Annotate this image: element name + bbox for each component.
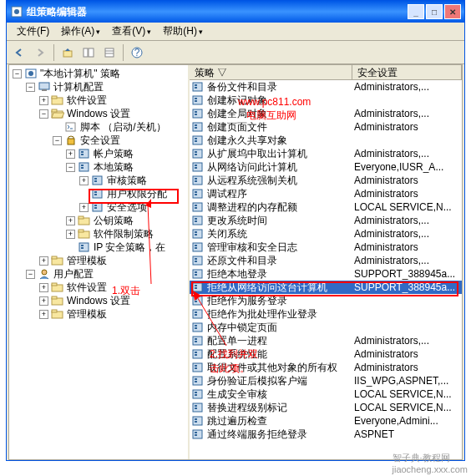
expander-icon[interactable]: +: [39, 296, 48, 306]
svg-rect-131: [193, 430, 202, 438]
expander-icon[interactable]: +: [39, 310, 48, 319]
node-icon: [51, 94, 64, 106]
menu-view[interactable]: 查看(V)▾: [107, 23, 156, 40]
list-row[interactable]: 拒绝作为服务登录: [190, 294, 462, 307]
list-row[interactable]: 生成安全审核LOCAL SERVICE,N...: [190, 387, 462, 401]
help-button[interactable]: ?: [128, 43, 146, 62]
expander-icon[interactable]: −: [26, 270, 35, 279]
expander-icon[interactable]: −: [53, 136, 62, 145]
expander-icon[interactable]: +: [79, 176, 89, 185]
policy-name: 配置系统性能: [207, 347, 354, 362]
tree-security-options[interactable]: +安全选项: [9, 200, 188, 214]
list-row[interactable]: 更改系统时间Administrators,...: [190, 214, 462, 227]
expander-icon[interactable]: −: [66, 163, 75, 172]
svg-point-46: [42, 270, 47, 275]
svg-rect-34: [93, 203, 102, 211]
expander-icon[interactable]: +: [39, 256, 48, 266]
column-setting[interactable]: 安全设置: [352, 65, 462, 79]
expander-icon[interactable]: +: [66, 216, 75, 225]
list-row[interactable]: 创建全局对象Administrators,...: [190, 107, 462, 120]
tree-scripts[interactable]: 脚本 （启动/关机）: [9, 120, 188, 134]
show-hide-tree-button[interactable]: [79, 43, 98, 62]
svg-rect-93: [195, 258, 197, 260]
svg-point-1: [14, 9, 19, 14]
expander-icon[interactable]: +: [39, 96, 48, 105]
list-row[interactable]: 从远程系统强制关机Administrators: [190, 174, 462, 187]
tree-windows-settings[interactable]: −Windows 设置: [9, 107, 188, 120]
minimize-button[interactable]: _: [408, 4, 424, 19]
list-row[interactable]: 创建永久共享对象: [190, 134, 462, 147]
tree-windows-settings-2[interactable]: +Windows 设置: [9, 294, 188, 307]
menu-help[interactable]: 帮助(H)▾: [158, 23, 208, 40]
up-button[interactable]: [58, 43, 77, 62]
list-row[interactable]: 从扩展坞中取出计算机Administrators,...: [190, 147, 462, 160]
node-label: 公钥策略: [94, 214, 134, 228]
svg-rect-86: [193, 230, 202, 238]
expander-icon[interactable]: +: [66, 149, 75, 159]
list-row[interactable]: 创建页面文件Administrators: [190, 120, 462, 134]
list-row[interactable]: 创建标记对象: [190, 94, 462, 107]
node-icon: [51, 308, 64, 320]
svg-rect-125: [193, 403, 202, 412]
tree-software-settings[interactable]: +软件设置: [9, 94, 188, 107]
expander-icon[interactable]: +: [79, 203, 89, 212]
tree-admin-templates-2[interactable]: +管理模板: [9, 307, 188, 321]
tree-software-settings-2[interactable]: +软件设置: [9, 281, 188, 294]
list-row[interactable]: 管理审核和安全日志Administrators: [190, 241, 462, 254]
tree-admin-templates[interactable]: +管理模板: [9, 254, 188, 267]
svg-rect-3: [84, 48, 88, 57]
expander-icon[interactable]: −: [39, 109, 48, 119]
tree-user-rights[interactable]: 用户权限分配: [9, 187, 188, 200]
svg-rect-65: [193, 136, 202, 144]
list-row[interactable]: 拒绝作为批处理作业登录: [190, 307, 462, 321]
svg-rect-70: [195, 154, 197, 155]
svg-rect-84: [195, 218, 197, 220]
svg-rect-19: [52, 109, 57, 112]
list-row[interactable]: 还原文件和目录Administrators,...: [190, 254, 462, 267]
list-row[interactable]: 取得文件或其他对象的所有权Administrators: [190, 361, 462, 374]
menu-action[interactable]: 操作(A)▾: [56, 23, 105, 40]
tree-account-policy[interactable]: +帐户策略: [9, 147, 188, 160]
node-icon: [78, 148, 91, 160]
tree-security-settings[interactable]: −安全设置: [9, 134, 188, 147]
list-row[interactable]: 调整进程的内存配额LOCAL SERVICE,N...: [190, 200, 462, 214]
tree-ip-security[interactable]: IP 安全策略，在: [9, 241, 188, 254]
list-row[interactable]: 拒绝本地登录SUPPORT_388945a...: [190, 267, 462, 281]
expander-icon[interactable]: +: [66, 230, 75, 239]
back-button[interactable]: [10, 43, 28, 62]
list-row[interactable]: 备份文件和目录Administrators,...: [190, 80, 462, 94]
tree-root[interactable]: −"本地计算机" 策略: [9, 67, 188, 80]
close-button[interactable]: ✕: [444, 4, 461, 19]
maximize-button[interactable]: □: [426, 4, 443, 19]
list-row[interactable]: 配置单一进程Administrators,...: [190, 334, 462, 347]
policy-name: 从远程系统强制关机: [207, 174, 354, 188]
expander-icon[interactable]: −: [26, 83, 35, 92]
list-row[interactable]: 拒绝从网络访问这台计算机SUPPORT_388945a...: [190, 281, 462, 294]
expander-icon[interactable]: −: [13, 69, 22, 78]
tree-user-config[interactable]: −用户配置: [9, 267, 188, 281]
tree-computer-config[interactable]: −计算机配置: [9, 80, 188, 94]
list-row[interactable]: 替换进程级别标记LOCAL SERVICE,N...: [190, 401, 462, 414]
tree-public-key[interactable]: +公钥策略: [9, 214, 188, 227]
list-row[interactable]: 从网络访问此计算机Everyone,IUSR_A...: [190, 160, 462, 174]
expander-icon[interactable]: +: [39, 283, 48, 292]
list-row[interactable]: 通过终端服务拒绝登录ASPNET: [190, 428, 462, 441]
list-row[interactable]: 关闭系统Administrators,...: [190, 227, 462, 241]
list-pane[interactable]: 策略 ▽ 安全设置 备份文件和目录Administrators,...创建标记对…: [190, 65, 462, 459]
list-row[interactable]: 调试程序Administrators: [190, 187, 462, 200]
list-row[interactable]: 内存中锁定页面: [190, 321, 462, 334]
forward-button[interactable]: [31, 43, 49, 62]
policy-icon: [191, 134, 205, 146]
menu-file[interactable]: 文件(F): [12, 23, 54, 40]
svg-point-13: [28, 71, 33, 76]
tree-audit-policy[interactable]: +审核策略: [9, 174, 188, 187]
list-row[interactable]: 配置系统性能Administrators: [190, 347, 462, 361]
titlebar[interactable]: 组策略编辑器 _ □ ✕: [7, 1, 464, 23]
column-policy[interactable]: 策略 ▽: [190, 65, 352, 79]
tree-local-policy[interactable]: −本地策略: [9, 160, 188, 174]
export-list-button[interactable]: [100, 43, 119, 62]
tree-pane[interactable]: 1.双击 −"本地计算机" 策略−计算机配置+软件设置−Windows 设置脚本…: [9, 65, 190, 459]
tree-restriction-policy[interactable]: +软件限制策略: [9, 227, 188, 241]
list-row[interactable]: 身份验证后模拟客户端IIS_WPG,ASPNET,...: [190, 374, 462, 387]
list-row[interactable]: 跳过遍历检查Everyone,Admini...: [190, 414, 462, 428]
